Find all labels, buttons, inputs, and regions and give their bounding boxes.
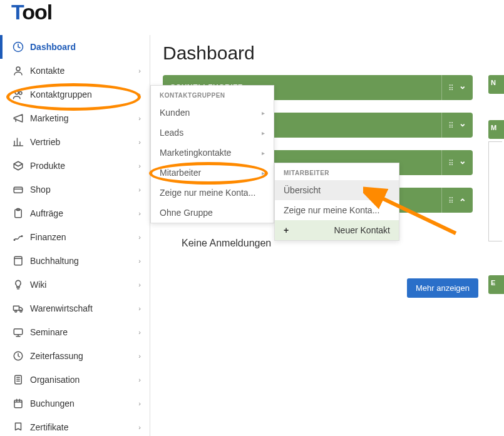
bars-icon bbox=[13, 136, 24, 148]
chevron-right-icon: › bbox=[138, 114, 141, 122]
plus-icon bbox=[284, 225, 292, 235]
sidebar-item-kontaktgruppen[interactable]: Kontaktgruppen › bbox=[0, 83, 150, 106]
empty-message: Keine Anmeldungen bbox=[182, 238, 271, 249]
svg-rect-9 bbox=[14, 256, 22, 265]
sidebar-item-buchungen[interactable]: Buchungen › bbox=[0, 392, 150, 415]
side-strip-m[interactable]: M bbox=[488, 120, 504, 139]
sidebar-item-label: Dashboard bbox=[30, 42, 141, 52]
sidebar-item-zeiterfassung[interactable]: Zeiterfassung › bbox=[0, 344, 150, 368]
svg-point-12 bbox=[20, 310, 22, 312]
sidebar-item-label: Buchhaltung bbox=[30, 256, 138, 266]
booking-icon bbox=[13, 398, 24, 409]
sidebar-item-finanzen[interactable]: Finanzen › bbox=[0, 225, 150, 249]
sidebar-item-wiki[interactable]: Wiki › bbox=[0, 273, 150, 297]
sidebar: Dashboard Kontakte › Kontaktgruppen › Ma… bbox=[0, 35, 150, 436]
sidebar-item-label: Kontaktgruppen bbox=[30, 89, 138, 99]
users-icon bbox=[13, 89, 24, 100]
org-icon bbox=[13, 374, 24, 385]
sidebar-item-label: Warenwirtschaft bbox=[30, 303, 138, 313]
package-icon bbox=[13, 160, 24, 171]
panel-controls[interactable] bbox=[441, 75, 473, 100]
sidebar-item-organisation[interactable]: Organisation › bbox=[0, 368, 150, 392]
annotation-arrow bbox=[363, 185, 463, 241]
user-icon bbox=[13, 65, 24, 76]
sidebar-item-label: Aufträge bbox=[30, 208, 138, 218]
chevron-right-icon: ▸ bbox=[262, 150, 265, 156]
svg-rect-16 bbox=[14, 400, 22, 408]
svg-rect-13 bbox=[14, 329, 23, 335]
drag-handle-icon[interactable] bbox=[448, 120, 453, 130]
chevron-down-icon[interactable] bbox=[459, 83, 466, 93]
submenu-header: MITARBEITER bbox=[275, 163, 399, 180]
svg-point-11 bbox=[15, 310, 17, 312]
sidebar-item-vertrieb[interactable]: Vertrieb › bbox=[0, 130, 150, 154]
submenu-item-ohne-gruppe[interactable]: Ohne Gruppe bbox=[151, 203, 274, 223]
chevron-right-icon: › bbox=[138, 91, 141, 98]
chevron-right-icon: › bbox=[138, 162, 141, 170]
submenu-item-kunden[interactable]: Kunden▸ bbox=[151, 103, 274, 123]
submenu-item-label: Leads bbox=[160, 128, 183, 138]
sidebar-item-marketing[interactable]: Marketing › bbox=[0, 106, 150, 130]
sidebar-item-warenwirtschaft[interactable]: Warenwirtschaft › bbox=[0, 297, 150, 320]
sidebar-item-label: Kontakte bbox=[30, 66, 138, 76]
drag-handle-icon[interactable] bbox=[448, 83, 453, 93]
sidebar-item-label: Produkte bbox=[30, 161, 138, 171]
submenu-item-leads[interactable]: Leads▸ bbox=[151, 123, 274, 143]
sidebar-item-label: Seminare bbox=[30, 327, 138, 337]
svg-rect-4 bbox=[14, 187, 23, 193]
chevron-down-icon[interactable] bbox=[459, 120, 466, 130]
sidebar-item-label: Buchungen bbox=[30, 398, 138, 408]
svg-line-17 bbox=[377, 196, 456, 233]
submenu-item-label: Ohne Gruppe bbox=[160, 208, 213, 218]
chevron-right-icon: ▸ bbox=[262, 109, 265, 116]
svg-rect-10 bbox=[14, 306, 19, 310]
chevron-right-icon: › bbox=[138, 423, 141, 431]
chevron-right-icon: › bbox=[138, 233, 141, 241]
sidebar-item-aufträge[interactable]: Aufträge › bbox=[0, 201, 150, 225]
side-strip-n[interactable]: N bbox=[488, 75, 504, 94]
chevron-right-icon: › bbox=[138, 281, 141, 288]
submenu-item-label: Mitarbeiter bbox=[160, 168, 201, 178]
svg-point-3 bbox=[19, 92, 23, 95]
drag-handle-icon[interactable] bbox=[448, 158, 453, 168]
sidebar-item-shop[interactable]: Shop › bbox=[0, 178, 150, 201]
chevron-right-icon: › bbox=[138, 186, 141, 193]
chevron-right-icon: › bbox=[138, 67, 141, 74]
sidebar-item-dashboard[interactable]: Dashboard bbox=[0, 35, 150, 59]
side-strip-e[interactable]: E bbox=[488, 275, 504, 294]
sidebar-item-buchhaltung[interactable]: Buchhaltung › bbox=[0, 249, 150, 273]
sidebar-item-kontakte[interactable]: Kontakte › bbox=[0, 59, 150, 83]
sidebar-item-produkte[interactable]: Produkte › bbox=[0, 154, 150, 178]
sidebar-item-label: Marketing bbox=[30, 113, 138, 123]
sidebar-item-label: Finanzen bbox=[30, 232, 138, 242]
logo-rest: ool bbox=[22, 0, 52, 24]
submenu-item-zeige-nur-meine-konta-[interactable]: Zeige nur meine Konta... bbox=[151, 183, 274, 203]
dashboard-icon bbox=[13, 41, 24, 53]
clipboard-icon bbox=[13, 208, 24, 219]
cart-icon bbox=[13, 184, 24, 195]
chevron-down-icon[interactable] bbox=[459, 158, 466, 168]
panel-controls[interactable] bbox=[441, 150, 473, 175]
kontaktgruppen-submenu: KONTAKTGRUPPENKunden▸Leads▸Marketingkont… bbox=[150, 85, 274, 223]
chevron-right-icon: ▸ bbox=[262, 129, 265, 136]
sidebar-item-label: Wiki bbox=[30, 280, 138, 290]
cert-icon bbox=[13, 422, 24, 433]
submenu-item-label: Marketingkontakte bbox=[160, 148, 231, 158]
submenu-item-label: Übersicht bbox=[284, 185, 321, 195]
right-side-panels: N M E bbox=[488, 75, 504, 294]
svg-point-7 bbox=[14, 240, 15, 241]
sidebar-item-zertifikate[interactable]: Zertifikate › bbox=[0, 415, 150, 436]
truck-icon bbox=[13, 303, 24, 314]
app-logo: Tool bbox=[11, 0, 52, 24]
submenu-item-mitarbeiter[interactable]: Mitarbeiter▸ bbox=[151, 163, 274, 183]
sidebar-item-seminare[interactable]: Seminare › bbox=[0, 320, 150, 344]
panel-controls[interactable] bbox=[441, 113, 473, 138]
page-title: Dashboard bbox=[163, 43, 504, 64]
bulb-icon bbox=[13, 279, 24, 290]
sidebar-item-label: Organisation bbox=[30, 375, 138, 385]
chevron-right-icon: › bbox=[138, 328, 141, 336]
svg-point-1 bbox=[16, 67, 20, 71]
more-button[interactable]: Mehr anzeigen bbox=[407, 278, 478, 298]
submenu-item-marketingkontakte[interactable]: Marketingkontakte▸ bbox=[151, 143, 274, 163]
sidebar-item-label: Zeiterfassung bbox=[30, 351, 138, 361]
